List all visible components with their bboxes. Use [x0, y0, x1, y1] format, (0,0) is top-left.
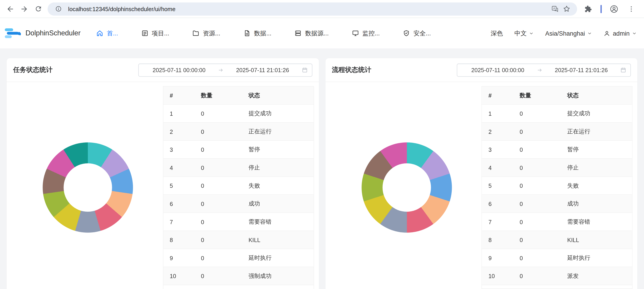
nav-item-security[interactable]: 安全... — [403, 29, 431, 37]
process-state-donut-chart[interactable] — [362, 142, 452, 233]
date-range-picker[interactable]: 2025-07-11 00:00:00 2025-07-11 21:01:26 — [457, 63, 631, 76]
table-cell: 提交成功 — [561, 110, 632, 117]
table-cell: 正在运行 — [561, 128, 632, 135]
table-cell: 8 — [482, 236, 513, 243]
language-label: 中文 — [514, 29, 527, 37]
url-text[interactable]: localhost:12345/dolphinscheduler/ui/home — [68, 6, 549, 12]
chevron-down-icon — [588, 31, 592, 36]
person-icon — [604, 30, 610, 37]
table-cell: 8 — [163, 236, 194, 243]
table-row: 110派发 — [163, 285, 314, 289]
table-row: 50失败 — [482, 177, 632, 195]
table-cell: 0 — [194, 146, 242, 153]
main-menu: 首... 项目... 资源... 数据... 数据源... 监控... — [96, 29, 431, 37]
column-header: 状态 — [242, 92, 314, 99]
table-cell: 0 — [513, 110, 561, 117]
table-cell: 失败 — [242, 182, 314, 190]
table-cell: 2 — [163, 128, 194, 135]
table-cell: 0 — [513, 182, 561, 189]
table-cell: 需要容错 — [242, 218, 314, 226]
table-row: 10提交成功 — [163, 104, 314, 123]
browser-menu-button[interactable] — [624, 2, 638, 16]
table-cell: 6 — [482, 200, 513, 207]
table-row: 100强制成功 — [163, 267, 314, 285]
table-cell: 3 — [482, 146, 513, 153]
table-row: 50失败 — [163, 177, 314, 195]
nav-item-resources[interactable]: 资源... — [192, 29, 220, 37]
card-title: 任务状态统计 — [13, 66, 53, 74]
dolphinscheduler-logo[interactable]: DolphinScheduler — [4, 26, 80, 40]
column-header: # — [163, 92, 194, 99]
user-menu[interactable]: admin — [604, 30, 636, 37]
table-cell: 0 — [513, 236, 561, 243]
site-info-icon — [55, 6, 62, 12]
table-cell: 4 — [163, 164, 194, 171]
nav-item-label: 资源... — [203, 29, 220, 37]
table-cell: 2 — [482, 128, 513, 135]
table-row: 80KILL — [163, 231, 314, 249]
chart-area — [332, 86, 481, 289]
folder-icon — [192, 30, 200, 37]
shield-check-icon — [403, 30, 410, 37]
nav-item-label: 项目... — [152, 29, 169, 37]
table-cell: 强制成功 — [242, 272, 314, 280]
bookmark-star-button[interactable] — [561, 3, 572, 15]
chevron-down-icon — [632, 31, 637, 36]
puzzle-icon — [584, 5, 592, 13]
table-cell: 3 — [163, 146, 194, 153]
avatar-icon — [610, 4, 618, 14]
table-row: 70需要容错 — [482, 213, 632, 231]
refresh-button[interactable] — [31, 2, 45, 16]
chevron-down-icon — [529, 31, 534, 36]
table-cell: 失败 — [561, 182, 632, 190]
card-header: 任务状态统计 2025-07-11 00:00:00 2025-07-11 21… — [6, 58, 319, 82]
table-row: 60成功 — [163, 195, 314, 213]
translate-icon: A — [551, 5, 559, 13]
table-row: 100派发 — [482, 267, 632, 285]
task-state-donut-chart[interactable] — [43, 142, 133, 233]
nav-item-datasource[interactable]: 数据源... — [294, 29, 328, 37]
dashboard-content: 任务状态统计 2025-07-11 00:00:00 2025-07-11 21… — [0, 48, 644, 289]
table-cell: 需要容错 — [561, 218, 632, 226]
nav-item-project[interactable]: 项目... — [141, 29, 169, 37]
table-cell: 0 — [194, 182, 242, 189]
process-state-card: 流程状态统计 2025-07-11 00:00:00 2025-07-11 21… — [325, 58, 638, 289]
toolbar-divider — [600, 5, 602, 13]
table-row: 40停止 — [163, 159, 314, 177]
table-row: 60成功 — [482, 195, 632, 213]
nav-item-monitor[interactable]: 监控... — [352, 29, 380, 37]
translate-button[interactable]: A — [549, 3, 561, 15]
timezone-label: Asia/Shanghai — [545, 30, 585, 37]
table-cell: 0 — [194, 236, 242, 243]
theme-toggle-button[interactable]: 深色 — [490, 29, 503, 37]
table-header-row: #数量状态 — [482, 87, 632, 105]
svg-text:A: A — [553, 6, 555, 10]
toolbar-right-cluster — [581, 2, 638, 16]
address-bar[interactable]: localhost:12345/dolphinscheduler/ui/home… — [48, 2, 577, 16]
table-cell: 4 — [482, 164, 513, 171]
table-row: 90延时执行 — [482, 249, 632, 267]
forward-button[interactable] — [17, 2, 31, 16]
nav-item-home[interactable]: 首... — [96, 29, 118, 37]
nav-item-data-quality[interactable]: 数据... — [243, 29, 272, 37]
table-cell: 0 — [194, 110, 242, 117]
profile-button[interactable] — [607, 2, 621, 16]
extensions-button[interactable] — [581, 2, 595, 16]
table-cell: 0 — [513, 146, 561, 153]
nav-item-label: 数据源... — [305, 29, 328, 37]
table-cell: 0 — [513, 200, 561, 207]
back-button[interactable] — [3, 2, 17, 16]
table-cell: 0 — [194, 128, 242, 135]
range-end-text: 2025-07-11 21:01:26 — [542, 67, 620, 73]
timezone-select[interactable]: Asia/Shanghai — [545, 30, 592, 37]
table-cell: 5 — [482, 182, 513, 189]
table-cell: 0 — [513, 273, 561, 279]
logo-icon — [4, 26, 22, 40]
site-info-button[interactable] — [53, 3, 64, 15]
table-cell: 暂停 — [561, 146, 632, 153]
table-cell: 派发 — [561, 272, 632, 280]
date-range-picker[interactable]: 2025-07-11 00:00:00 2025-07-11 21:01:26 — [138, 63, 312, 76]
language-select[interactable]: 中文 — [514, 29, 534, 37]
table-row: 80KILL — [482, 231, 632, 249]
table-cell: 成功 — [242, 200, 314, 208]
